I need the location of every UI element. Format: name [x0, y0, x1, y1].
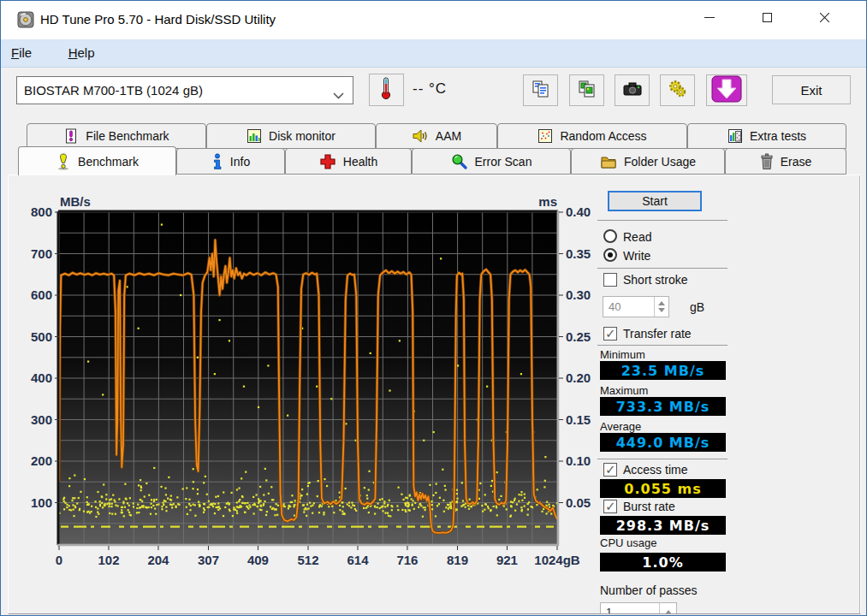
minimum-label: Minimum — [600, 348, 645, 361]
health-icon — [319, 153, 336, 170]
thermometer-icon — [380, 76, 394, 104]
info-icon — [211, 153, 223, 170]
app-window: HD Tune Pro 5.70 - Hard Disk/SSD Utility… — [0, 0, 867, 616]
file-benchmark-icon — [63, 128, 79, 144]
step-up-icon[interactable] — [658, 301, 665, 305]
extra-tests-icon — [727, 128, 743, 144]
window-title: HD Tune Pro 5.70 - Hard Disk/SSD Utility — [40, 12, 276, 27]
minimum-value: 23.5 MB/s — [600, 361, 726, 380]
svg-text:102: 102 — [98, 553, 119, 567]
tab-label: Info — [230, 155, 250, 169]
copy-text-button[interactable] — [523, 74, 558, 106]
passes-value: 1 — [606, 606, 612, 614]
transfer-rate-checkbox[interactable] — [603, 327, 617, 341]
options-button[interactable] — [660, 74, 695, 106]
tab-aam[interactable]: AAM — [376, 123, 497, 149]
tab-info[interactable]: Info — [176, 148, 285, 175]
menu-bar: File Help — [1, 39, 866, 68]
tab-erase[interactable]: Erase — [725, 148, 846, 175]
average-label: Average — [600, 420, 641, 433]
access-time-value: 0.055 ms — [600, 479, 726, 498]
short-stroke-label: Short stroke — [623, 273, 687, 287]
svg-text:0.20: 0.20 — [566, 370, 591, 385]
burst-rate-label: Burst rate — [623, 500, 675, 513]
exit-button[interactable]: Exit — [772, 75, 851, 104]
maximize-button[interactable] — [747, 4, 787, 31]
disk-monitor-icon — [246, 128, 262, 144]
tab-folder-usage[interactable]: Folder Usage — [571, 148, 725, 175]
minimize-icon — [704, 17, 715, 18]
tab-random-access[interactable]: Random Access — [497, 123, 687, 149]
svg-text:0.35: 0.35 — [566, 246, 591, 261]
drive-select[interactable]: BIOSTAR M700-1TB (1024 gB) — [16, 76, 353, 104]
aam-icon — [412, 128, 429, 144]
temperature-readout: -- °C — [413, 80, 447, 98]
svg-text:0.25: 0.25 — [566, 329, 591, 344]
start-button[interactable]: Start — [608, 191, 702, 211]
svg-text:300: 300 — [31, 412, 52, 427]
svg-text:700: 700 — [31, 246, 52, 261]
tab-label: Benchmark — [78, 155, 139, 169]
tab-health[interactable]: Health — [285, 148, 412, 175]
svg-text:200: 200 — [31, 453, 52, 468]
menu-item-help[interactable]: Help — [58, 39, 105, 60]
svg-text:307: 307 — [198, 553, 219, 567]
tab-label: Erase — [781, 155, 812, 169]
erase-icon — [760, 153, 774, 170]
save-button[interactable] — [706, 74, 747, 106]
svg-text:0.40: 0.40 — [566, 204, 591, 219]
tab-label: Health — [343, 155, 377, 169]
svg-text:ms: ms — [538, 194, 557, 209]
cpu-usage-label: CPU usage — [600, 536, 656, 549]
tab-label: File Benchmark — [86, 129, 169, 143]
screenshot-button[interactable] — [615, 74, 650, 106]
maximize-icon — [763, 13, 772, 22]
gears-icon — [668, 79, 688, 103]
write-radio[interactable] — [603, 248, 617, 262]
tab-error-scan[interactable]: Error Scan — [412, 148, 571, 175]
short-stroke-checkbox[interactable] — [603, 273, 617, 287]
title-bar: HD Tune Pro 5.70 - Hard Disk/SSD Utility — [1, 1, 866, 39]
svg-text:0.30: 0.30 — [566, 287, 591, 302]
svg-text:819: 819 — [447, 553, 468, 567]
camera-icon — [622, 80, 643, 102]
svg-text:600: 600 — [31, 287, 52, 302]
tab-disk-monitor[interactable]: Disk monitor — [206, 123, 376, 149]
close-icon — [819, 12, 830, 23]
copy-image-button[interactable] — [569, 74, 604, 106]
step-down-icon[interactable] — [658, 308, 665, 312]
svg-text:0.05: 0.05 — [566, 495, 591, 510]
short-stroke-size-stepper[interactable]: 40 — [603, 296, 669, 317]
access-time-label: Access time — [623, 463, 687, 477]
tab-benchmark[interactable]: Benchmark — [18, 146, 176, 175]
exit-button-label: Exit — [800, 83, 822, 98]
tab-label: Random Access — [560, 129, 646, 143]
svg-text:800: 800 — [31, 204, 52, 219]
svg-text:100: 100 — [31, 495, 52, 510]
passes-stepper[interactable]: 1 — [600, 602, 677, 614]
tab-label: Error Scan — [475, 155, 532, 169]
menu-item-file[interactable]: File — [1, 39, 42, 60]
access-time-checkbox[interactable] — [603, 463, 617, 477]
close-button[interactable] — [805, 4, 844, 31]
minimize-button[interactable] — [690, 4, 729, 31]
svg-text:204: 204 — [147, 553, 169, 567]
svg-text:921: 921 — [496, 553, 518, 567]
tab-file-benchmark[interactable]: File Benchmark — [27, 123, 206, 149]
start-button-label: Start — [642, 194, 668, 208]
step-up-icon[interactable] — [665, 610, 672, 614]
app-icon — [17, 11, 34, 32]
svg-text:500: 500 — [31, 329, 52, 344]
copy-icon — [531, 80, 550, 102]
read-radio[interactable] — [603, 229, 617, 243]
benchmark-icon — [56, 153, 71, 170]
folder-usage-icon — [600, 154, 617, 169]
svg-text:409: 409 — [247, 553, 269, 567]
tab-extra-tests[interactable]: Extra tests — [687, 123, 846, 149]
benchmark-chart: MB/sms8007006005004003002001000.400.350.… — [26, 186, 594, 572]
svg-text:0: 0 — [56, 553, 62, 567]
temperature-button[interactable] — [369, 74, 404, 106]
burst-rate-checkbox[interactable] — [603, 500, 617, 513]
burst-rate-value: 298.3 MB/s — [600, 516, 726, 535]
maximum-value: 733.3 MB/s — [600, 397, 726, 416]
